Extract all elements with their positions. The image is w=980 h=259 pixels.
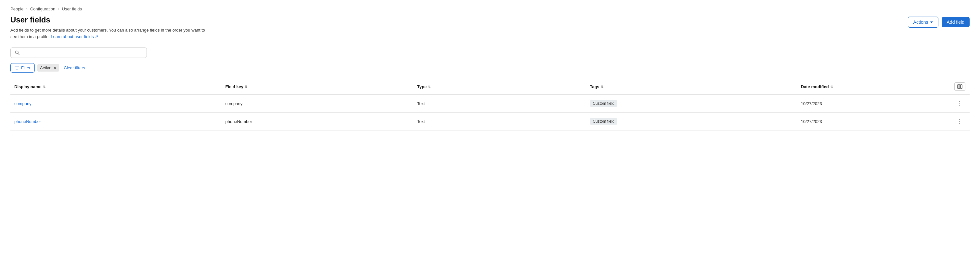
breadcrumb-separator-2: › bbox=[58, 6, 59, 11]
svg-line-1 bbox=[18, 53, 19, 55]
active-filter-tag: Active ✕ bbox=[37, 64, 59, 72]
sort-type-icon: ⇅ bbox=[428, 85, 431, 88]
cell-display-name-0: company bbox=[10, 94, 221, 113]
col-display-name[interactable]: Display name ⇅ bbox=[10, 79, 221, 94]
add-field-button[interactable]: Add field bbox=[942, 17, 970, 27]
filter-row: Filter Active ✕ Clear filters bbox=[10, 63, 970, 73]
col-date-modified[interactable]: Date modified ⇅ bbox=[797, 79, 950, 94]
page-header: User fields Add fields to get more detai… bbox=[10, 15, 970, 40]
col-type[interactable]: Type ⇅ bbox=[413, 79, 586, 94]
search-input[interactable] bbox=[22, 50, 143, 55]
table-row: phoneNumber phoneNumber Text Custom fiel… bbox=[10, 113, 970, 131]
cell-field-key-0: company bbox=[221, 94, 413, 113]
page-title: User fields bbox=[10, 15, 205, 24]
col-tags[interactable]: Tags ⇅ bbox=[586, 79, 797, 94]
cell-row-actions-1: ⋮ bbox=[950, 113, 970, 131]
table-body: company company Text Custom field 10/27/… bbox=[10, 94, 970, 131]
cell-tags-1: Custom field bbox=[586, 113, 797, 131]
header-actions: Actions Add field bbox=[908, 17, 970, 28]
display-name-link-1[interactable]: phoneNumber bbox=[14, 119, 41, 124]
search-icon bbox=[14, 50, 20, 55]
columns-icon bbox=[957, 84, 963, 89]
data-table: Display name ⇅ Field key ⇅ Type ⇅ bbox=[10, 79, 970, 131]
breadcrumb-people[interactable]: People bbox=[10, 6, 23, 11]
actions-label: Actions bbox=[913, 19, 928, 25]
row-actions-button-0[interactable]: ⋮ bbox=[955, 99, 964, 108]
columns-config-button[interactable] bbox=[955, 82, 966, 91]
tag-badge-1: Custom field bbox=[590, 118, 617, 125]
row-actions-button-1[interactable]: ⋮ bbox=[955, 117, 964, 126]
table-section: Display name ⇅ Field key ⇅ Type ⇅ bbox=[10, 79, 970, 131]
cell-field-key-1: phoneNumber bbox=[221, 113, 413, 131]
cell-date-1: 10/27/2023 bbox=[797, 113, 950, 131]
cell-type-1: Text bbox=[413, 113, 586, 131]
page-title-section: User fields Add fields to get more detai… bbox=[10, 15, 205, 40]
cell-display-name-1: phoneNumber bbox=[10, 113, 221, 131]
filter-label: Filter bbox=[21, 66, 30, 70]
display-name-link-0[interactable]: company bbox=[14, 101, 32, 106]
cell-type-0: Text bbox=[413, 94, 586, 113]
page-container: People › Configuration › User fields Use… bbox=[0, 0, 980, 137]
sort-display-name-icon: ⇅ bbox=[43, 85, 46, 88]
table-row: company company Text Custom field 10/27/… bbox=[10, 94, 970, 113]
remove-active-filter-button[interactable]: ✕ bbox=[53, 66, 57, 70]
actions-button[interactable]: Actions bbox=[908, 17, 939, 28]
cell-date-0: 10/27/2023 bbox=[797, 94, 950, 113]
search-section bbox=[10, 48, 970, 58]
svg-rect-6 bbox=[959, 85, 961, 88]
svg-rect-7 bbox=[961, 85, 962, 88]
table-header: Display name ⇅ Field key ⇅ Type ⇅ bbox=[10, 79, 970, 94]
col-field-key[interactable]: Field key ⇅ bbox=[221, 79, 413, 94]
search-box bbox=[10, 48, 147, 58]
page-description: Add fields to get more details about you… bbox=[10, 27, 205, 40]
sort-tags-icon: ⇅ bbox=[601, 85, 603, 88]
clear-filters-button[interactable]: Clear filters bbox=[62, 64, 87, 72]
breadcrumb-user-fields: User fields bbox=[62, 6, 82, 11]
col-actions bbox=[950, 79, 970, 94]
learn-link[interactable]: Learn about user fields ↗ bbox=[51, 34, 99, 39]
cell-tags-0: Custom field bbox=[586, 94, 797, 113]
sort-field-key-icon: ⇅ bbox=[245, 85, 247, 88]
filter-button[interactable]: Filter bbox=[10, 63, 35, 73]
breadcrumb-configuration[interactable]: Configuration bbox=[30, 6, 55, 11]
tag-badge-0: Custom field bbox=[590, 100, 617, 107]
cell-row-actions-0: ⋮ bbox=[950, 94, 970, 113]
svg-point-0 bbox=[15, 51, 18, 54]
breadcrumb: People › Configuration › User fields bbox=[10, 6, 970, 11]
sort-date-icon: ⇅ bbox=[830, 85, 833, 88]
breadcrumb-separator-1: › bbox=[26, 6, 27, 11]
chevron-down-icon bbox=[930, 21, 933, 23]
svg-rect-5 bbox=[958, 85, 959, 88]
filter-icon bbox=[14, 66, 19, 70]
active-tag-label: Active bbox=[40, 66, 51, 70]
